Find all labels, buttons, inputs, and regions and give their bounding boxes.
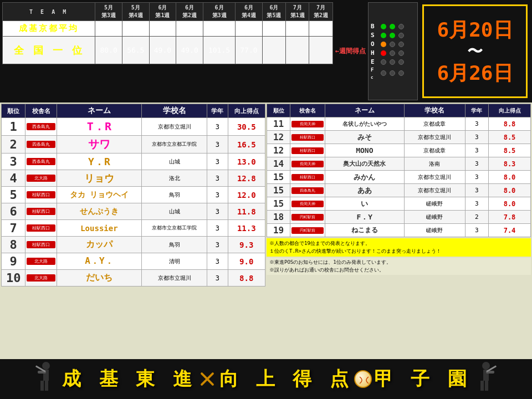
dot-h-2 [390,50,395,56]
dot-o-3 [398,42,404,47]
dot-s-1 [381,33,386,38]
zenkoku-63: 101.5 [203,37,235,64]
date-start: 6月20日 [437,19,513,41]
th-rank-l: 順位 [2,104,25,118]
bsohef-o: O [371,40,415,48]
header-7-1: 7月第1週 [286,3,309,21]
svg-rect-11 [480,381,484,391]
th-school-l: 校舎名 [25,104,57,118]
right-rank-table: 順位 校舎名 ネーム 学校名 学年 向上得点 11 長岡天神 名状しがたいやつ [267,104,531,237]
dot-e-1 [381,59,386,65]
table-row: 4 北大路 リョウ 洛北 3 12.8 [2,170,265,187]
note-yellow: ※人数の都合で19位までの発表となります。 １位のくT.R>さんの快進撃が続いて… [267,238,531,257]
table-row: 8 桂駅西口 カッパ 鳥羽 3 9.3 [2,237,265,253]
date-tilde: 〜 [467,41,483,62]
bsohef-h: H [371,49,415,57]
dot-o-2 [390,42,395,47]
table-row: 12 桂駅西口 みそ 京都市立堀川 3 8.5 [267,131,531,144]
th-name-l: ネーム [57,104,141,118]
seiki-65 [262,21,285,37]
banner-text-1: 成 基 東 進 [62,366,195,392]
table-row: 14 長岡天神 奥大山の天然水 洛南 3 8.3 [267,157,531,171]
bsohef-e: E [371,58,415,65]
header-6-3: 6月第3週 [203,3,235,21]
seiki-label: 成基京都平均 [3,21,95,37]
table-row: 15 長岡天神 い 嵯峨野 3 8.0 [267,197,531,211]
team-stats-area: T E A M 5月第3週 5月第4週 6月第1週 6月第2週 6月第3週 6月… [2,2,333,100]
dot-h-3 [398,50,404,56]
batter-right-icon [472,361,500,397]
svg-rect-3 [40,381,44,391]
dot-b-1 [381,24,386,29]
team-label: T E A M [3,3,95,21]
header-6-1: 6月第1週 [149,3,176,21]
bottom-banner: 成 基 東 進 向 上 得 点 甲 子 園 [0,359,532,399]
bsohef-b: B [371,23,415,30]
banner-text-2: 向 上 得 点 [219,366,352,392]
table-row: 6 桂駅西口 せんぷうき 山城 3 11.8 [2,203,265,220]
table-row: 18 円町駅前 F．Y 嵯峨野 2 7.8 [267,211,531,224]
svg-point-8 [482,362,490,370]
header-6-4: 6月第4週 [236,3,263,21]
left-rank-table: 順位 校舎名 ネーム 学校名 学年 向上得点 1 西条島丸 T．R [1,104,265,287]
date-box: 6月20日 〜 6月26日 [422,4,528,98]
th-school-r: 校舎名 [290,104,325,117]
th-score-l: 向上得点 [228,104,265,118]
table-row: 12 桂駅西口 MONO 京都成章 3 8.5 [267,144,531,157]
dot-f-2 [390,70,395,76]
bsohef-s: S [371,32,415,39]
dot-f-3 [398,70,404,76]
svg-point-0 [42,362,50,370]
zenkoku-54: 56.5 [122,37,149,64]
table-row: 9 北大路 A．Y． 清明 3 9.0 [2,253,265,270]
zenkoku-65 [262,37,285,64]
dot-s-3 [398,33,404,38]
th-grade-r: 学年 [465,104,488,117]
svg-rect-12 [485,381,488,391]
dot-b-3 [398,24,404,29]
right-rankings: 順位 校舎名 ネーム 学校名 学年 向上得点 11 長岡天神 名状しがたいやつ [267,104,531,359]
cross-bats-icon [197,369,217,389]
th-score-r: 向上得点 [489,104,531,117]
zenkoku-64: 77.0 [236,37,263,64]
header-7-2: 7月第2週 [309,3,332,21]
dot-b-2 [390,24,395,29]
bsohef-panel: B S O H [368,2,418,100]
seiki-62: 2.0 [176,21,203,37]
left-rankings: 順位 校舎名 ネーム 学校名 学年 向上得点 1 西条島丸 T．R [1,104,265,359]
th-name-r: ネーム [325,104,404,117]
header-5-4: 5月第4週 [122,3,149,21]
date-end: 6月26日 [437,62,513,84]
main-rankings-area: 順位 校舎名 ネーム 学校名 学年 向上得点 1 西条島丸 T．R [0,103,532,359]
dot-e-3 [398,59,404,65]
zenkoku-53: 80.0 [95,37,122,64]
weekly-score-label: ←週間得点 [335,2,366,100]
seiki-71 [286,21,309,37]
header-6-2: 6月第2週 [176,3,203,21]
th-school-name-r: 学校名 [405,104,466,117]
table-row: 15 桂駅西口 みかん 京都市立堀川 3 8.0 [267,171,531,184]
seiki-54: 2.6 [122,21,149,37]
zenkoku-61: 49.0 [149,37,176,64]
table-row: 15 四条鳥丸 ああ 京都市立堀川 3 8.0 [267,184,531,197]
team-stats-table: T E A M 5月第3週 5月第4週 6月第1週 6月第2週 6月第3週 6月… [2,2,333,64]
dot-o-1 [381,42,386,47]
dot-f-1 [381,70,386,76]
seiki-64: 2.6 [236,21,263,37]
zenkoku-label: 全 国 一 位 [3,37,95,64]
seiki-63: 2.7 [203,21,235,37]
zenkoku-62: 49.0 [176,37,203,64]
svg-rect-4 [45,381,48,391]
seiki-61: 2.5 [149,21,176,37]
header-6-5: 6月第5週 [262,3,285,21]
table-row: 19 円町駅前 ねこまる 嵯峨野 3 7.4 [267,224,531,237]
zenkoku-71 [286,37,309,64]
baseball-icon [354,370,372,388]
dot-h-1 [381,50,386,56]
seiki-72 [309,21,332,37]
table-row: 5 桂駅西口 タカ リョウヘイ 鳥羽 3 12.0 [2,187,265,203]
dot-e-2 [390,59,395,65]
seiki-53: 2.9 [95,21,122,37]
note-white: ※東進POSのお知らせには、1位のみ発表しています。 ※誤りがあればお通いの校舎… [267,258,531,275]
th-grade-l: 学年 [207,104,228,118]
